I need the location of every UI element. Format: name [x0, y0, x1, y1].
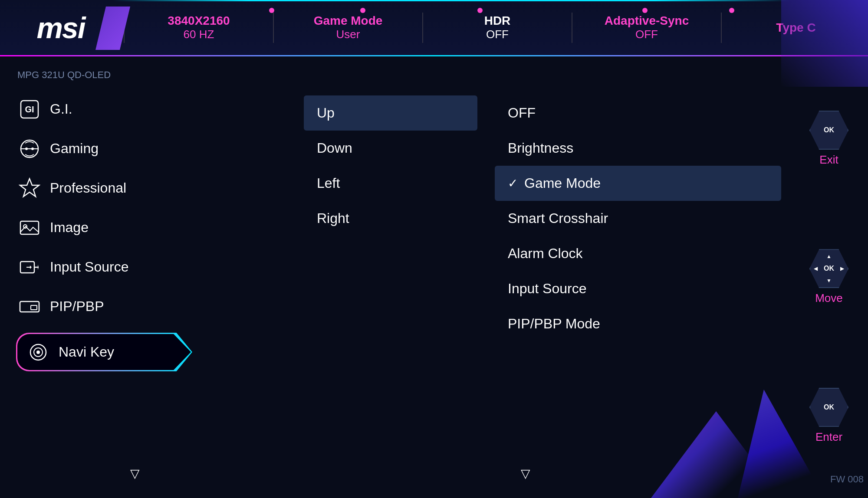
- sidebar-item-gaming[interactable]: Gaming: [0, 129, 295, 168]
- nav-left-label: Left: [317, 175, 340, 191]
- move-right-arrow: ▶: [840, 265, 844, 272]
- header-dot-5: [729, 8, 734, 13]
- sidebar-item-pip-pbp[interactable]: PIP/PBP: [0, 287, 295, 326]
- header-dot-3: [477, 8, 483, 13]
- header-divider-3: [422, 13, 423, 43]
- option-game-mode-label: Game Mode: [524, 175, 601, 191]
- nav-item-up[interactable]: Up: [304, 95, 477, 131]
- sidebar-item-gi[interactable]: GI G.I.: [0, 89, 295, 129]
- enter-label: Enter: [815, 430, 842, 444]
- option-alarm-clock-label: Alarm Clock: [508, 246, 582, 262]
- navi-key-icon: [26, 340, 50, 364]
- option-input-source-label: Input Source: [508, 281, 586, 297]
- svg-point-18: [36, 351, 40, 354]
- sidebar-gi-label: G.I.: [50, 101, 72, 117]
- control-panel: OK Exit OK ▲ ▼ ◀ ▶ Move OK Enter FW 008: [790, 56, 868, 498]
- hdr-line1: HDR: [434, 14, 561, 28]
- sidebar-item-input-source[interactable]: Input Source: [0, 247, 295, 287]
- resolution-line2: 60 HZ: [135, 28, 262, 41]
- options-down-arrow: ▽: [521, 466, 530, 481]
- exit-button[interactable]: OK Exit: [809, 111, 848, 167]
- move-left-arrow: ◀: [814, 265, 818, 272]
- msi-logo: msi: [0, 0, 122, 55]
- sidebar-professional-label: Professional: [50, 180, 126, 196]
- sidebar-input-source-label: Input Source: [50, 259, 128, 275]
- image-icon: [17, 216, 41, 239]
- enter-button[interactable]: OK Enter: [809, 388, 848, 444]
- option-pip-pbp-mode-label: PIP/PBP Mode: [508, 316, 600, 332]
- sidebar-gaming-label: Gaming: [50, 141, 99, 157]
- option-off-label: OFF: [508, 105, 536, 121]
- header-dot-2: [360, 8, 365, 13]
- game-mode-line1: Game Mode: [285, 14, 411, 28]
- nav-down-label: Down: [317, 140, 352, 156]
- input-source-icon: [17, 255, 41, 279]
- svg-text:GI: GI: [25, 105, 34, 114]
- pip-pbp-icon: [17, 295, 41, 318]
- header-adaptive-sync: Adaptive-Sync OFF: [575, 14, 719, 41]
- sidebar-navi-key-label: Navi Key: [59, 344, 114, 360]
- move-label: Move: [815, 292, 843, 305]
- option-brightness-label: Brightness: [508, 140, 573, 156]
- move-button[interactable]: OK ▲ ▼ ◀ ▶ Move: [809, 249, 848, 305]
- option-pip-pbp-mode[interactable]: PIP/PBP Mode: [495, 306, 781, 341]
- main-content: MPG 321U QD-OLED GI G.I.: [0, 56, 868, 498]
- move-btn-shape: OK ▲ ▼ ◀ ▶: [809, 249, 848, 288]
- nav-right-label: Right: [317, 210, 349, 226]
- header-game-mode: Game Mode User: [276, 14, 420, 41]
- svg-marker-6: [20, 179, 39, 197]
- option-brightness[interactable]: Brightness: [495, 131, 781, 166]
- header-type-c: Type C: [724, 21, 868, 35]
- sidebar-item-professional[interactable]: Professional: [0, 168, 295, 208]
- svg-marker-11: [38, 265, 39, 270]
- sidebar: MPG 321U QD-OLED GI G.I.: [0, 56, 295, 498]
- gi-icon: GI: [17, 97, 41, 121]
- header-dot-4: [642, 8, 648, 13]
- header-hdr: HDR OFF: [425, 14, 569, 41]
- exit-label: Exit: [819, 153, 838, 167]
- nav-item-right[interactable]: Right: [304, 201, 477, 236]
- game-mode-line2: User: [285, 28, 411, 41]
- firmware-label: FW 008: [830, 474, 864, 485]
- header-dot-1: [269, 8, 274, 13]
- header-divider-5: [721, 13, 722, 43]
- resolution-line1: 3840X2160: [135, 14, 262, 28]
- move-up-arrow: ▲: [826, 253, 832, 259]
- svg-rect-15: [31, 305, 37, 310]
- option-off[interactable]: OFF: [495, 95, 781, 131]
- type-c-line1: Type C: [733, 21, 859, 35]
- nav-up-label: Up: [317, 105, 335, 121]
- sidebar-item-image[interactable]: Image: [0, 208, 295, 247]
- exit-btn-shape: OK: [809, 111, 848, 150]
- header: msi 3840X2160 60 HZ Game Mode User HDR O…: [0, 0, 868, 56]
- professional-icon: [17, 176, 41, 200]
- check-mark-icon: ✓: [508, 176, 518, 190]
- monitor-label: MPG 321U QD-OLED: [0, 69, 295, 89]
- logo-decoration: [95, 7, 130, 50]
- sidebar-pip-pbp-label: PIP/PBP: [50, 298, 104, 315]
- option-alarm-clock[interactable]: Alarm Clock: [495, 236, 781, 271]
- enter-ok-text: OK: [824, 403, 834, 411]
- sidebar-image-label: Image: [50, 220, 89, 236]
- logo-text: msi: [36, 11, 85, 45]
- option-smart-crosshair[interactable]: Smart Crosshair: [495, 201, 781, 236]
- nav-column: Up Down Left Right: [295, 56, 486, 498]
- options-column: OFF Brightness ✓ Game Mode Smart Crossha…: [486, 56, 790, 498]
- option-game-mode[interactable]: ✓ Game Mode: [495, 166, 781, 201]
- adaptive-sync-line1: Adaptive-Sync: [583, 14, 710, 28]
- hdr-line2: OFF: [434, 28, 561, 41]
- svg-rect-14: [20, 301, 39, 312]
- svg-marker-13: [30, 265, 32, 269]
- header-divider-2: [273, 13, 274, 43]
- exit-ok-text: OK: [824, 126, 834, 134]
- move-down-arrow: ▼: [826, 278, 832, 284]
- option-smart-crosshair-label: Smart Crosshair: [508, 210, 608, 226]
- sidebar-item-navi-key[interactable]: Navi Key: [0, 330, 295, 374]
- option-input-source[interactable]: Input Source: [495, 271, 781, 306]
- nav-item-left[interactable]: Left: [304, 166, 477, 201]
- header-divider-4: [572, 13, 572, 43]
- gaming-icon: [17, 137, 41, 161]
- svg-rect-7: [20, 221, 39, 234]
- move-ok-text: OK: [824, 265, 834, 272]
- nav-item-down[interactable]: Down: [304, 131, 477, 166]
